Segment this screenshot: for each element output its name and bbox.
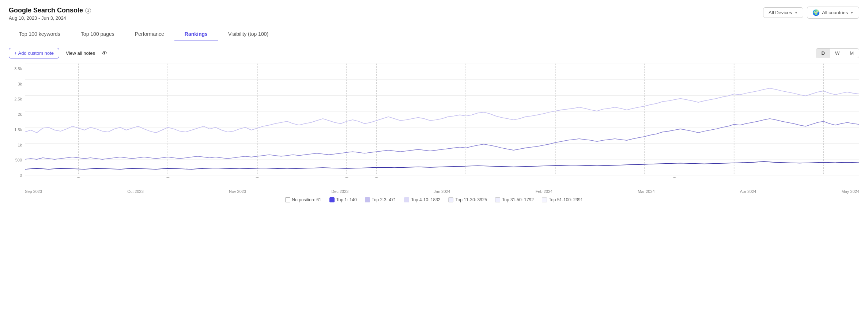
y-label-1500: 1.5k bbox=[9, 128, 22, 132]
svg-text:G: G bbox=[344, 176, 350, 178]
page-title: Google Search Console ℹ bbox=[9, 7, 91, 14]
info-icon[interactable]: ℹ bbox=[85, 8, 91, 14]
chevron-down-icon: ▼ bbox=[850, 11, 854, 15]
y-label-2000: 2k bbox=[9, 112, 22, 117]
x-label-may2024: May 2024 bbox=[842, 189, 859, 194]
legend-no-position[interactable]: No position: 61 bbox=[285, 197, 321, 202]
svg-text:G: G bbox=[165, 176, 171, 178]
period-day-button[interactable]: D bbox=[816, 49, 830, 58]
tabs-bar: Top 100 keywords Top 100 pages Performan… bbox=[9, 27, 859, 41]
y-label-3500: 3.5k bbox=[9, 66, 22, 71]
period-week-button[interactable]: W bbox=[830, 49, 845, 58]
all-countries-dropdown[interactable]: 🌍 All countries ▼ bbox=[807, 7, 859, 19]
y-axis-labels: 3.5k 3k 2.5k 2k 1.5k 1k 500 0 bbox=[9, 64, 22, 188]
legend-box-top51-100 bbox=[542, 197, 547, 202]
eye-icon[interactable]: 👁 bbox=[102, 50, 107, 57]
svg-text:G: G bbox=[76, 176, 81, 178]
legend-box-top11-30 bbox=[448, 197, 453, 202]
period-selector: D W M bbox=[816, 48, 859, 58]
all-devices-dropdown[interactable]: All Devices ▼ bbox=[763, 7, 803, 18]
x-label-feb2024: Feb 2024 bbox=[536, 189, 552, 194]
x-label-nov2023: Nov 2023 bbox=[229, 189, 246, 194]
globe-icon: 🌍 bbox=[812, 9, 820, 16]
x-label-dec2023: Dec 2023 bbox=[331, 189, 348, 194]
tab-visibility[interactable]: Visibility (top 100) bbox=[218, 27, 279, 41]
legend-box-top2-3 bbox=[365, 197, 370, 202]
y-label-0: 0 bbox=[9, 173, 22, 178]
legend-top1[interactable]: Top 1: 140 bbox=[329, 197, 357, 202]
tab-performance[interactable]: Performance bbox=[125, 27, 174, 41]
tab-top100pages[interactable]: Top 100 pages bbox=[71, 27, 125, 41]
y-label-3000: 3k bbox=[9, 82, 22, 86]
legend-box-top31-50 bbox=[495, 197, 500, 202]
chart-wrapper: G G G G G G bbox=[25, 64, 859, 178]
view-all-notes-button[interactable]: View all notes bbox=[63, 48, 98, 58]
legend-box-no-position bbox=[285, 197, 290, 202]
chart-area: 3.5k 3k 2.5k 2k 1.5k 1k 500 0 bbox=[9, 64, 859, 188]
y-label-500: 500 bbox=[9, 158, 22, 162]
legend-top4-10[interactable]: Top 4-10: 1832 bbox=[404, 197, 440, 202]
legend-top11-30[interactable]: Top 11-30: 3925 bbox=[448, 197, 487, 202]
legend-top2-3[interactable]: Top 2-3: 471 bbox=[365, 197, 396, 202]
tab-rankings[interactable]: Rankings bbox=[174, 27, 218, 41]
x-label-oct2023: Oct 2023 bbox=[127, 189, 144, 194]
legend-top51-100[interactable]: Top 51-100: 2391 bbox=[542, 197, 583, 202]
y-label-1000: 1k bbox=[9, 143, 22, 147]
tab-top100keywords[interactable]: Top 100 keywords bbox=[9, 27, 71, 41]
chevron-down-icon: ▼ bbox=[794, 11, 798, 15]
legend-box-top4-10 bbox=[404, 197, 409, 202]
svg-text:G: G bbox=[374, 176, 379, 178]
add-custom-note-button[interactable]: + Add custom note bbox=[9, 48, 59, 58]
legend-box-top1 bbox=[329, 197, 335, 202]
chart-svg: G G G G G G bbox=[25, 64, 859, 178]
x-label-sep2023: Sep 2023 bbox=[25, 189, 42, 194]
x-label-jan2024: Jan 2024 bbox=[434, 189, 450, 194]
period-month-button[interactable]: M bbox=[845, 49, 859, 58]
x-label-mar2024: Mar 2024 bbox=[638, 189, 654, 194]
svg-text:G: G bbox=[254, 176, 260, 178]
legend-top31-50[interactable]: Top 31-50: 1792 bbox=[495, 197, 534, 202]
date-range: Aug 10, 2023 - Jun 3, 2024 bbox=[9, 15, 91, 21]
svg-text:G: G bbox=[672, 176, 677, 178]
chart-legend: No position: 61 Top 1: 140 Top 2-3: 471 … bbox=[9, 197, 859, 202]
x-axis-labels: Sep 2023 Oct 2023 Nov 2023 Dec 2023 Jan … bbox=[9, 189, 859, 194]
x-label-apr2024: Apr 2024 bbox=[740, 189, 756, 194]
y-label-2500: 2.5k bbox=[9, 97, 22, 101]
